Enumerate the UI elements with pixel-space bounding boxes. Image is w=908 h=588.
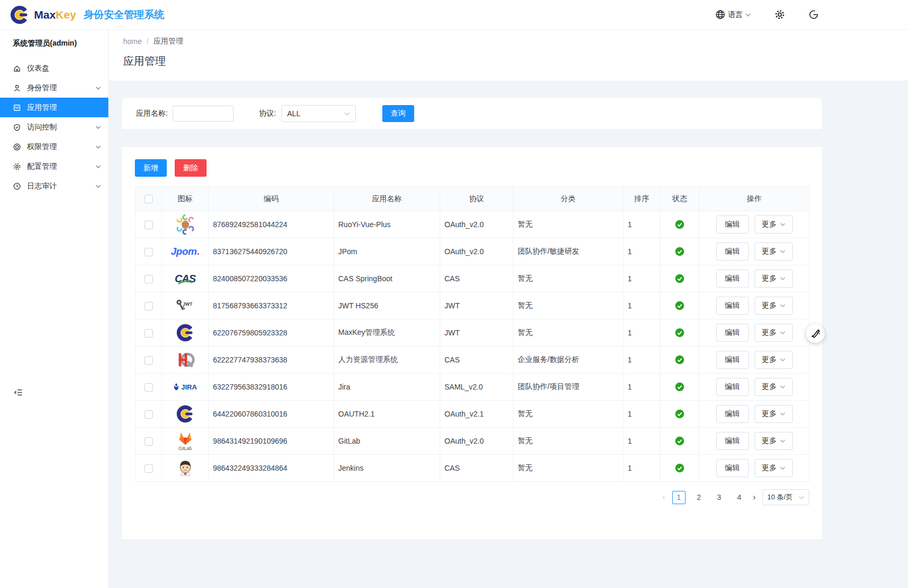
row-checkbox[interactable] xyxy=(144,356,153,365)
page-number-button[interactable]: 4 xyxy=(733,491,746,504)
app-protocol: OAuth_v2.1 xyxy=(440,401,513,428)
apps-table: 图标 编码 应用名称 协议 分类 排序 状态 操作 87689249258104… xyxy=(135,186,810,482)
edit-button[interactable]: 编辑 xyxy=(716,351,749,369)
table-row: JIRA632279563832918016JiraSAML_v2.0团队协作/… xyxy=(135,374,810,401)
prev-page-button[interactable]: ‹ xyxy=(662,493,665,501)
status-enabled-icon xyxy=(661,274,699,283)
more-button[interactable]: 更多 xyxy=(755,378,793,396)
sidebar-item-audit[interactable]: 日志审计 xyxy=(0,176,108,196)
config-icon xyxy=(13,162,21,171)
settings-gear-icon[interactable] xyxy=(774,9,785,20)
edit-button[interactable]: 编辑 xyxy=(716,324,749,342)
protocol-select-value: ALL xyxy=(287,109,301,118)
sidebar-item-config[interactable]: 配置管理 xyxy=(0,157,108,176)
app-sort: 1 xyxy=(623,292,661,319)
edit-button[interactable]: 编辑 xyxy=(716,432,749,450)
row-checkbox[interactable] xyxy=(144,275,153,283)
app-name: JPom xyxy=(334,238,440,265)
edit-button[interactable]: 编辑 xyxy=(716,297,749,315)
next-page-button[interactable]: › xyxy=(753,493,756,501)
more-button[interactable]: 更多 xyxy=(755,432,793,450)
delete-button[interactable]: 删除 xyxy=(175,159,207,177)
edit-button[interactable]: 编辑 xyxy=(716,378,749,396)
app-category: 团队协作/项目管理 xyxy=(513,374,623,401)
chevron-down-icon xyxy=(780,331,785,334)
app-category: 暂无 xyxy=(513,455,623,482)
app-name-input[interactable] xyxy=(173,106,234,122)
status-enabled-icon xyxy=(661,436,699,446)
logout-icon[interactable] xyxy=(809,10,819,20)
page-number-button[interactable]: 1 xyxy=(672,491,686,504)
app-category: 暂无 xyxy=(513,292,623,319)
app-sort: 1 xyxy=(623,211,661,238)
table-card: 新增 删除 图标 编码 应用名称 协议 xyxy=(122,147,822,539)
column-header-code: 编码 xyxy=(209,187,334,211)
page-number-button[interactable]: 2 xyxy=(692,491,706,504)
sidebar-item-access[interactable]: 访问控制 xyxy=(0,117,108,137)
jwt-app-icon: JWT xyxy=(162,292,208,319)
row-checkbox[interactable] xyxy=(144,221,153,229)
more-button[interactable]: 更多 xyxy=(755,405,793,423)
system-title: 身份安全管理系统 xyxy=(83,8,164,22)
app-sort: 1 xyxy=(623,238,661,265)
table-row: 644220607860310016OAUTH2.1OAuth_v2.1暂无1编… xyxy=(135,401,810,428)
edit-button[interactable]: 编辑 xyxy=(716,459,749,477)
topbar-actions: 语言 xyxy=(715,9,819,20)
edit-button[interactable]: 编辑 xyxy=(716,215,749,234)
more-button[interactable]: 更多 xyxy=(755,270,793,288)
sidebar-item-label: 仪表盘 xyxy=(27,64,101,73)
more-button[interactable]: 更多 xyxy=(755,297,793,315)
row-checkbox[interactable] xyxy=(144,248,153,256)
cas-app-icon: CAS xyxy=(162,265,208,292)
more-button[interactable]: 更多 xyxy=(755,351,793,369)
row-checkbox[interactable] xyxy=(144,410,153,419)
language-switcher[interactable]: 语言 xyxy=(715,10,751,20)
edit-button[interactable]: 编辑 xyxy=(716,270,749,288)
more-button[interactable]: 更多 xyxy=(755,243,793,261)
row-checkbox[interactable] xyxy=(144,383,153,392)
app-category: 暂无 xyxy=(513,401,623,428)
globe-icon xyxy=(715,10,725,20)
breadcrumb-home[interactable]: home xyxy=(123,37,142,46)
chevron-down-icon xyxy=(799,496,804,499)
status-enabled-icon xyxy=(661,220,699,229)
app-code: 837136275440926720 xyxy=(209,238,334,265)
sidebar-item-dashboard[interactable]: 仪表盘 xyxy=(0,58,108,78)
edit-button[interactable]: 编辑 xyxy=(716,405,749,423)
page-number-button[interactable]: 3 xyxy=(713,491,726,504)
sidebar-item-label: 配置管理 xyxy=(27,162,90,171)
add-button[interactable]: 新增 xyxy=(135,159,167,177)
search-button[interactable]: 查询 xyxy=(382,105,414,122)
more-button[interactable]: 更多 xyxy=(755,459,793,477)
more-button[interactable]: 更多 xyxy=(755,324,793,342)
sidebar-item-label: 身份管理 xyxy=(27,83,90,93)
row-checkbox[interactable] xyxy=(144,437,153,446)
protocol-select[interactable]: ALL xyxy=(281,105,356,122)
sidebar-item-permission[interactable]: 权限管理 xyxy=(0,137,108,157)
app-name-label: 应用名称: xyxy=(136,109,168,118)
table-row: CAS824008507220033536CAS SpringBootCAS暂无… xyxy=(135,265,810,292)
select-all-checkbox[interactable] xyxy=(144,195,153,203)
magic-wand-button[interactable] xyxy=(806,324,825,343)
chevron-down-icon xyxy=(780,466,785,470)
sidebar-item-apps[interactable]: 应用管理 xyxy=(0,98,108,117)
row-checkbox[interactable] xyxy=(144,302,153,310)
row-checkbox[interactable] xyxy=(144,329,153,338)
page-header: home / 应用管理 应用管理 xyxy=(109,30,908,81)
column-header-sort: 排序 xyxy=(623,187,661,211)
more-button[interactable]: 更多 xyxy=(755,215,793,234)
brand: MaxKey 身份安全管理系统 xyxy=(10,5,164,25)
sidebar-item-identity[interactable]: 身份管理 xyxy=(0,78,108,98)
app-code: 644220607860310016 xyxy=(209,401,334,428)
page-size-select[interactable]: 10 条/页 xyxy=(763,489,809,505)
chevron-down-icon xyxy=(96,145,101,149)
sidebar-collapse-button[interactable] xyxy=(14,388,23,399)
app-code: 824008507220033536 xyxy=(209,265,334,292)
breadcrumb: home / 应用管理 xyxy=(123,37,895,46)
row-checkbox[interactable] xyxy=(144,464,153,473)
maxkey-admin-page: MaxKey 身份安全管理系统 语言 xyxy=(0,0,908,588)
table-row: 622076759805923328MaxKey管理系统JWT暂无1编辑更多 xyxy=(135,319,810,347)
status-enabled-icon xyxy=(661,247,699,256)
ruoyi-app-icon xyxy=(162,211,208,238)
edit-button[interactable]: 编辑 xyxy=(716,243,749,261)
